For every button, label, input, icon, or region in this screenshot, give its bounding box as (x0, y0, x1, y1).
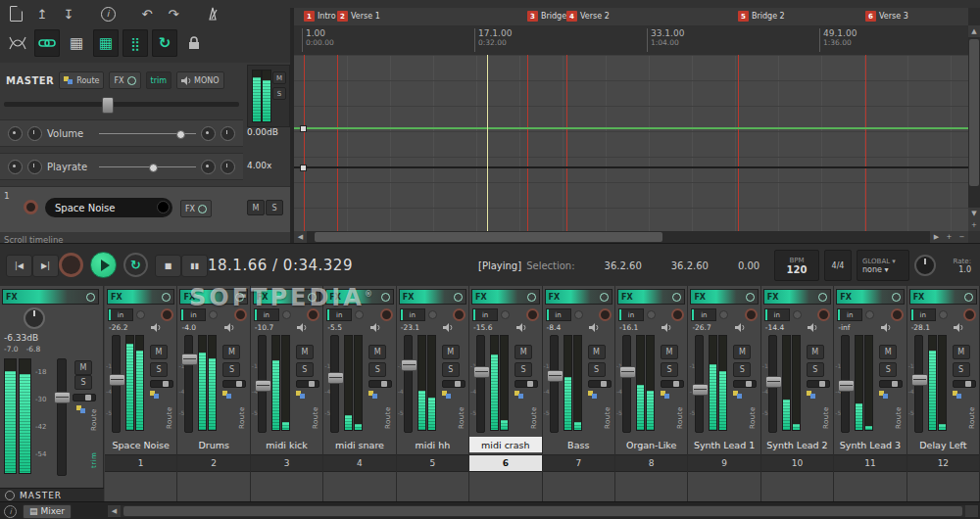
route-button[interactable]: Route (822, 380, 830, 429)
arrange-grid[interactable] (294, 55, 968, 231)
track-mute-button[interactable]: M (247, 200, 265, 215)
zoom-in-button[interactable]: + (943, 231, 956, 243)
fx-power-icon[interactable] (964, 293, 973, 302)
fader-thumb[interactable] (181, 354, 198, 365)
input-monitor-knob[interactable] (719, 310, 728, 319)
track-name[interactable]: Organ-Like (615, 437, 687, 452)
info-icon[interactable]: i (4, 505, 17, 518)
fader-thumb[interactable] (473, 366, 490, 378)
volume-fader[interactable] (404, 335, 413, 433)
master-mono-button[interactable]: MONO (176, 71, 223, 89)
mute-button[interactable]: M (150, 345, 168, 359)
scroll-left-button[interactable]: ◀ (294, 231, 307, 243)
track-solo-button[interactable]: S (266, 200, 283, 215)
master-strip-label[interactable]: MASTER (0, 488, 104, 501)
envelope-settings-button[interactable] (201, 160, 216, 174)
input-button[interactable]: in (180, 308, 206, 321)
solo-button[interactable]: S (588, 362, 606, 377)
master-route-button[interactable]: Route (59, 71, 104, 89)
envelope-mod-button[interactable] (220, 160, 235, 174)
global-automation-box[interactable]: GLOBAL ▾ none ▾ (857, 250, 909, 281)
envelope-mod-button[interactable] (220, 126, 235, 141)
input-monitor-knob[interactable] (501, 310, 510, 319)
track-name[interactable]: midi kick (251, 437, 322, 452)
repeat-button[interactable]: ↻ (123, 253, 148, 277)
track-number-cell[interactable]: 11 (834, 454, 906, 472)
record-arm-button[interactable] (671, 308, 684, 321)
master-pan-knob[interactable] (24, 307, 45, 329)
undo-button[interactable]: ↶ (136, 4, 158, 24)
arrange-horizontal-scrollbar[interactable]: ◀ ▶ + − (294, 231, 968, 243)
record-arm-button[interactable] (963, 308, 976, 321)
route-icon[interactable] (588, 391, 598, 400)
track-name[interactable]: midi crash (469, 437, 541, 452)
volume-fader[interactable] (768, 335, 777, 433)
mute-button[interactable]: M (442, 345, 460, 359)
record-arm-button[interactable] (453, 308, 466, 321)
input-button[interactable]: in (472, 308, 498, 321)
strip-fx-button[interactable]: FX (690, 289, 758, 305)
route-icon[interactable] (296, 391, 306, 400)
route-icon[interactable] (953, 391, 962, 400)
envelope-node[interactable] (300, 125, 307, 132)
track-number-cell[interactable]: 3 (251, 454, 322, 472)
mixer-strip[interactable]: FX in -28.1 (907, 286, 980, 501)
envelope-slider[interactable] (99, 166, 196, 167)
redo-button[interactable]: ↷ (163, 4, 184, 24)
strip-fx-button[interactable]: FX (179, 289, 247, 305)
mixer-master-strip[interactable]: FX -6.33dB -7.0 -6.8 -18 -30 -42 -54 M S… (0, 286, 104, 501)
route-icon[interactable] (879, 391, 889, 400)
fx-power-icon[interactable] (818, 293, 827, 302)
input-monitor-knob[interactable] (209, 310, 218, 319)
track-number-cell[interactable]: 1 (105, 454, 176, 472)
mixer-strip[interactable]: FX in -15.6 (469, 286, 542, 501)
strip-fx-button[interactable]: FX (545, 289, 612, 305)
route-icon[interactable] (514, 391, 524, 400)
record-arm-button[interactable] (307, 308, 319, 321)
time-position-display[interactable]: 18.1.66 / 0:34.329 (208, 257, 353, 274)
record-button[interactable] (59, 253, 83, 277)
mixer-strip[interactable]: FX in -26.7 (688, 286, 760, 501)
solo-button[interactable]: S (442, 362, 460, 377)
mixer-strip[interactable]: FX in -5.5 (323, 286, 396, 501)
fader-thumb[interactable] (327, 372, 344, 384)
track-number-cell[interactable]: 9 (688, 454, 760, 472)
route-button[interactable]: Route (604, 380, 612, 429)
zoom-out-button[interactable]: − (956, 231, 968, 243)
mixer-tab[interactable]: ▤ Mixer (23, 504, 72, 519)
envelope-bypass-button[interactable] (27, 126, 42, 141)
pause-button[interactable]: ▮▮ (181, 255, 208, 277)
master-trim-button[interactable]: trim (90, 439, 98, 468)
envelope-bypass-button[interactable] (27, 160, 42, 174)
track-number-cell[interactable]: 2 (177, 454, 249, 472)
input-button[interactable]: in (691, 308, 716, 321)
scroll-down-button[interactable]: ▼ (968, 208, 980, 219)
volume-fader[interactable] (914, 335, 923, 433)
track-name[interactable]: Space Noise (105, 437, 176, 452)
time-signature-box[interactable]: 4/4 (824, 250, 852, 281)
record-arm-button[interactable] (234, 308, 247, 321)
fader-thumb[interactable] (911, 374, 928, 386)
solo-button[interactable]: S (879, 362, 897, 377)
fx-power-icon[interactable] (198, 205, 207, 213)
grid-lines-button[interactable]: ▦ (64, 29, 89, 57)
envelope-arm-button[interactable] (8, 126, 23, 141)
fader-thumb[interactable] (109, 374, 125, 386)
track-name[interactable]: midi snare (323, 437, 395, 452)
slider-thumb[interactable] (149, 164, 158, 172)
mixer-strip[interactable]: FX in -14.4 (761, 286, 834, 501)
mixer-strip[interactable]: FX in -4.0 (177, 286, 250, 501)
fader-thumb[interactable] (401, 359, 417, 371)
track-name-field[interactable]: Space Noise (45, 198, 172, 217)
route-icon[interactable] (150, 391, 160, 400)
input-button[interactable]: in (618, 308, 644, 321)
strip-fx-button[interactable]: FX (763, 289, 831, 305)
track-name[interactable]: Drums (177, 437, 249, 452)
track-number-cell[interactable]: 10 (761, 454, 833, 472)
volume-fader[interactable] (622, 335, 631, 433)
master-volume-fader[interactable] (4, 102, 239, 107)
input-button[interactable]: in (764, 308, 790, 321)
strip-fx-button[interactable]: FX (399, 289, 466, 305)
fx-power-icon[interactable] (672, 293, 681, 302)
solo-button[interactable]: S (296, 362, 314, 377)
